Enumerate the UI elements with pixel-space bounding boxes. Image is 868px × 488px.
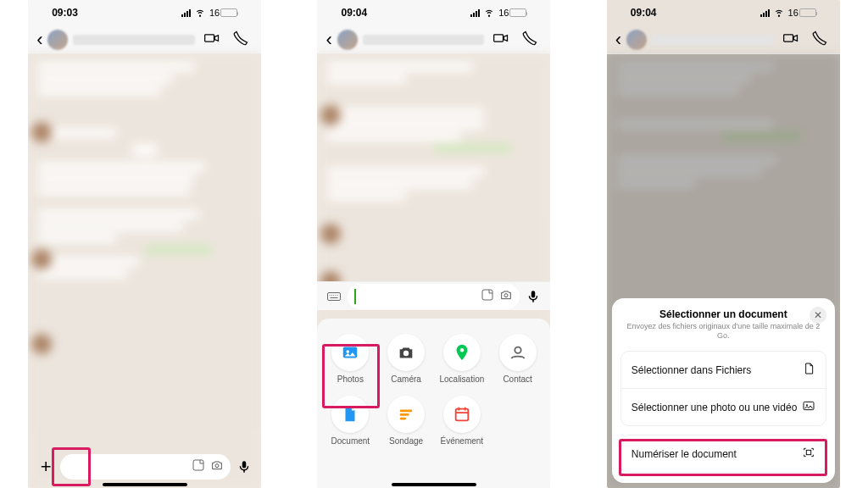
mic-icon[interactable] (234, 459, 254, 474)
svg-point-6 (347, 350, 350, 353)
attachment-photos[interactable]: Photos (324, 330, 376, 387)
attachment-poll[interactable]: Sondage (380, 392, 432, 449)
back-chevron-icon[interactable]: ‹ (36, 29, 42, 51)
video-call-icon[interactable] (200, 30, 224, 50)
camera-icon (387, 334, 425, 371)
attachment-location[interactable]: Localisation (436, 330, 488, 387)
camera-inline-icon[interactable] (499, 288, 513, 305)
poll-icon (387, 396, 425, 433)
message-input[interactable] (348, 284, 520, 309)
close-sheet-button[interactable]: ✕ (810, 307, 826, 324)
attachment-label: Photos (337, 374, 364, 384)
home-indicator (103, 483, 187, 486)
status-time: 09:03 (52, 7, 78, 19)
picker-group: Sélectionner dans Fichiers Sélectionner … (620, 351, 826, 426)
audio-call-icon[interactable] (808, 30, 832, 50)
battery-icon (220, 8, 237, 17)
audio-call-icon[interactable] (229, 30, 253, 50)
status-indicators: 16 (760, 6, 816, 20)
messages-blurred (28, 54, 261, 488)
svg-rect-12 (400, 418, 406, 420)
chat-header: ‹ (607, 25, 840, 54)
sticker-icon[interactable] (192, 458, 205, 475)
svg-rect-0 (193, 460, 203, 470)
gallery-icon (802, 399, 815, 415)
sticker-icon[interactable] (481, 288, 494, 305)
cellular-signal-icon (470, 9, 480, 17)
contact-name-blurred[interactable] (363, 35, 485, 45)
chat-body: Photos Caméra Localisation (317, 54, 550, 488)
svg-rect-10 (400, 410, 413, 413)
attachment-contact[interactable]: Contact (492, 330, 544, 387)
status-bar: 09:04 16 (317, 0, 550, 25)
svg-rect-3 (482, 290, 492, 300)
contact-avatar[interactable] (47, 30, 68, 50)
sheet-subtitle: Envoyez des fichiers originaux d'une tai… (620, 322, 826, 341)
contact-name-blurred[interactable] (652, 35, 774, 45)
battery-indicator: 16 (209, 8, 237, 18)
wifi-icon (194, 6, 206, 20)
attachment-event[interactable]: Événement (436, 392, 488, 449)
battery-icon (799, 8, 816, 17)
battery-icon (509, 8, 526, 17)
attachment-sheet: Photos Caméra Localisation (317, 319, 550, 488)
document-picker-sheet: ✕ Sélectionner un document Envoyez des f… (612, 298, 835, 484)
wifi-icon (773, 6, 785, 20)
attachment-label: Contact (503, 374, 531, 384)
attachment-document[interactable]: Document (324, 392, 376, 449)
attachment-camera[interactable]: Caméra (380, 330, 432, 387)
attachment-label: Événement (441, 436, 484, 446)
back-chevron-icon[interactable]: ‹ (326, 29, 331, 51)
back-chevron-icon[interactable]: ‹ (615, 29, 621, 51)
row-label: Sélectionner dans Fichiers (632, 364, 751, 376)
row-label: Numériser le document (632, 448, 737, 460)
battery-indicator: 16 (498, 8, 526, 18)
contact-avatar[interactable] (337, 30, 358, 50)
cellular-signal-icon (181, 9, 191, 17)
status-bar: 09:03 16 (28, 0, 261, 25)
video-call-icon[interactable] (779, 30, 803, 50)
contact-avatar[interactable] (626, 30, 647, 50)
location-pin-icon (443, 334, 481, 371)
composer (317, 281, 550, 310)
audio-call-icon[interactable] (518, 30, 542, 50)
document-icon (331, 396, 369, 433)
mic-icon[interactable] (523, 289, 543, 304)
attachment-label: Localisation (439, 374, 484, 384)
attach-plus-button[interactable]: + (35, 456, 57, 478)
chat-body: ✕ Sélectionner un document Envoyez des f… (607, 54, 840, 488)
pick-photo-video[interactable]: Sélectionner une photo ou une vidéo (621, 388, 826, 425)
screenshot-2: 09:04 16 ‹ (317, 0, 550, 488)
file-icon (802, 362, 815, 378)
svg-rect-11 (400, 413, 409, 416)
battery-indicator: 16 (788, 8, 816, 18)
battery-percent: 16 (498, 8, 509, 18)
status-indicators: 16 (181, 6, 237, 20)
contact-icon (499, 334, 537, 371)
battery-percent: 16 (209, 8, 220, 18)
status-indicators: 16 (470, 6, 526, 20)
contact-name-blurred[interactable] (73, 35, 195, 45)
chat-body: + (28, 54, 261, 488)
scan-document[interactable]: Numériser le document (621, 435, 826, 472)
svg-point-8 (460, 348, 465, 352)
svg-rect-2 (328, 292, 341, 300)
svg-point-4 (504, 293, 508, 297)
composer: + (28, 452, 261, 481)
row-label: Sélectionner une photo ou une vidéo (632, 402, 798, 413)
camera-inline-icon[interactable] (210, 458, 224, 475)
svg-rect-13 (456, 409, 469, 421)
svg-rect-16 (806, 450, 810, 454)
cellular-signal-icon (760, 9, 770, 17)
chat-header: ‹ (28, 25, 261, 54)
attachment-label: Sondage (389, 436, 423, 446)
message-input[interactable] (60, 454, 231, 480)
attachment-label: Document (331, 436, 370, 446)
pick-from-files[interactable]: Sélectionner dans Fichiers (621, 352, 826, 388)
svg-point-7 (403, 351, 409, 356)
scan-icon (802, 446, 815, 462)
video-call-icon[interactable] (489, 30, 513, 50)
status-time: 09:04 (341, 7, 367, 19)
status-bar: 09:04 16 (607, 0, 840, 25)
keyboard-icon[interactable] (324, 289, 344, 304)
